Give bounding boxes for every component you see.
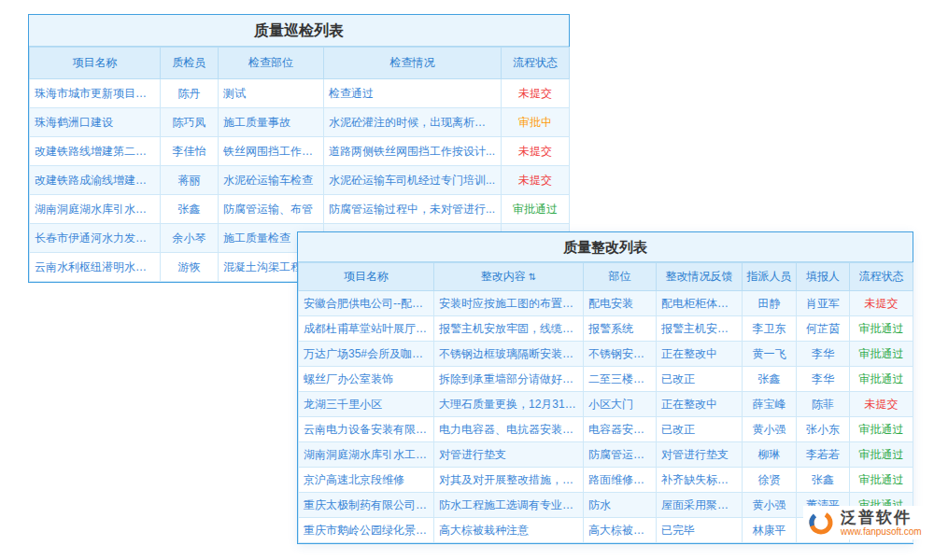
cell-project: 螺丝厂办公室装饰 — [299, 367, 434, 392]
cell-project: 改建铁路成渝线增建第... — [30, 166, 161, 195]
cell-part: 防腐管运输... — [584, 442, 657, 468]
col-flow-status[interactable]: 流程状态 — [850, 263, 913, 291]
cell-inspector: 余小琴 — [161, 224, 219, 253]
cell-project: 龙湖三千里小区 — [299, 392, 434, 417]
cell-status: 审批通过 — [850, 442, 913, 468]
fanpusoft-logo-icon — [807, 508, 835, 538]
cell-reporter: 李华 — [797, 342, 850, 367]
cell-status: 审批通过 — [850, 342, 913, 367]
cell-part: 防腐管运输、布管 — [219, 195, 324, 224]
rectify-list-panel: 质量整改列表 项目名称 整改内容⇅ 部位 整改情况反馈 指派人员 填报人 流程状… — [297, 231, 913, 544]
cell-project: 云南水利枢纽潜明水库... — [30, 253, 161, 282]
cell-project: 珠海鹤洲口建设 — [30, 108, 161, 137]
cell-project: 湖南洞庭湖水库引水工程施工1... — [299, 442, 434, 468]
cell-assignee: 徐贤 — [743, 468, 797, 493]
inspection-list-title: 质量巡检列表 — [29, 15, 569, 47]
cell-reporter: 陈菲 — [797, 392, 850, 417]
rectify-header-row: 项目名称 整改内容⇅ 部位 整改情况反馈 指派人员 填报人 流程状态 — [299, 263, 913, 291]
cell-project: 京沪高速北京段维修 — [299, 468, 434, 493]
cell-part: 测试 — [219, 79, 324, 108]
cell-content: 拆除到承重墙部分请做好加固... — [434, 367, 584, 392]
table-row[interactable]: 螺丝厂办公室装饰拆除到承重墙部分请做好加固...二至三楼混...已改正张鑫李华审… — [299, 367, 913, 392]
cell-status: 审批通过 — [850, 417, 913, 442]
col-feedback[interactable]: 整改情况反馈 — [657, 263, 743, 291]
table-row[interactable]: 湖南洞庭湖水库引水工程施工1...对管进行垫支防腐管运输...对管进行垫支柳琳李… — [299, 442, 913, 468]
logo-url[interactable]: www.fanpusoft.com — [841, 526, 922, 538]
col-assignee[interactable]: 指派人员 — [743, 263, 797, 291]
col-inspector[interactable]: 质检员 — [161, 48, 219, 79]
cell-status: 未提交 — [850, 291, 913, 316]
cell-feedback: 已改正 — [657, 367, 743, 392]
cell-reporter: 何芷茵 — [797, 316, 850, 342]
sort-icon[interactable]: ⇅ — [529, 272, 536, 282]
cell-feedback: 已完毕 — [657, 518, 743, 543]
cell-situation: 道路两侧铁丝网围挡工作按设计... — [324, 137, 502, 166]
cell-reporter: 李华 — [797, 367, 850, 392]
col-part[interactable]: 部位 — [584, 263, 657, 291]
cell-part: 路面维修检... — [584, 468, 657, 493]
table-row[interactable]: 龙湖三千里小区大理石质量更换，12月31日之...小区大门正在整改中薛宝峰陈菲未… — [299, 392, 913, 417]
cell-assignee: 黄小强 — [743, 493, 797, 518]
inspection-header-row: 项目名称 质检员 检查部位 检查情况 流程状态 — [30, 48, 570, 79]
cell-status: 未提交 — [502, 79, 570, 108]
cell-part: 水泥砼运输车检查 — [219, 166, 324, 195]
cell-part: 不锈钢安装... — [584, 342, 657, 367]
col-flow-status[interactable]: 流程状态 — [502, 48, 570, 79]
table-row[interactable]: 珠海市城市更新项目紫...陈丹测试检查通过未提交 — [30, 79, 570, 108]
cell-inspector: 张鑫 — [161, 195, 219, 224]
cell-part: 二至三楼混... — [584, 367, 657, 392]
cell-project: 万达广场35#会所及咖啡厅空... — [299, 342, 434, 367]
cell-situation: 水泥砼灌注的时候，出现离析现象 — [324, 108, 502, 137]
cell-part: 配电安装 — [584, 291, 657, 316]
cell-project: 重庆太极制药有限公司亳州中... — [299, 493, 434, 518]
cell-assignee: 林康平 — [743, 518, 797, 543]
cell-assignee: 黄一飞 — [743, 342, 797, 367]
cell-status: 审批中 — [502, 108, 570, 137]
cell-content: 报警主机安放牢固，线缆连接... — [434, 316, 584, 342]
cell-inspector: 陈丹 — [161, 79, 219, 108]
cell-situation: 防腐管运输过程中，未对管进行... — [324, 195, 502, 224]
cell-reporter: 张小东 — [797, 417, 850, 442]
cell-inspector: 李佳怡 — [161, 137, 219, 166]
cell-feedback: 已改正 — [657, 417, 743, 442]
cell-situation: 检查通过 — [324, 79, 502, 108]
table-row[interactable]: 改建铁路线增建第二线...李佳怡铁丝网围挡工作检查道路两侧铁丝网围挡工作按设计.… — [30, 137, 570, 166]
table-row[interactable]: 云南电力设备安装有限公司20...电力电容器、电抗器安装方案...电容器安装..… — [299, 417, 913, 442]
cell-feedback: 配电柜柜体与... — [657, 291, 743, 316]
cell-project: 成都杜甫草堂站叶展厅独立展... — [299, 316, 434, 342]
cell-status: 未提交 — [850, 392, 913, 417]
cell-assignee: 黄小强 — [743, 417, 797, 442]
table-row[interactable]: 改建铁路成渝线增建第...蒋丽水泥砼运输车检查水泥砼运输车司机经过专门培训...… — [30, 166, 570, 195]
col-rectify-content[interactable]: 整改内容⇅ — [434, 263, 584, 291]
col-inspect-part[interactable]: 检查部位 — [219, 48, 324, 79]
col-project-name[interactable]: 项目名称 — [30, 48, 161, 79]
cell-status: 审批通过 — [502, 195, 570, 224]
table-row[interactable]: 京沪高速北京段维修对其及对开展整改措施，桥头...路面维修检...补齐缺失标志.… — [299, 468, 913, 493]
cell-reporter: 张鑫 — [797, 468, 850, 493]
table-row[interactable]: 珠海鹤洲口建设陈巧凤施工质量事故水泥砼灌注的时候，出现离析现象审批中 — [30, 108, 570, 137]
cell-part: 铁丝网围挡工作检查 — [219, 137, 324, 166]
cell-status: 未提交 — [502, 166, 570, 195]
cell-project: 重庆市鹅岭公园绿化景观提升... — [299, 518, 434, 543]
cell-assignee: 田静 — [743, 291, 797, 316]
cell-status: 审批通过 — [850, 316, 913, 342]
cell-assignee: 张鑫 — [743, 367, 797, 392]
cell-project: 云南电力设备安装有限公司20... — [299, 417, 434, 442]
col-project-name[interactable]: 项目名称 — [299, 263, 434, 291]
cell-situation: 水泥砼运输车司机经过专门培训... — [324, 166, 502, 195]
cell-assignee: 薛宝峰 — [743, 392, 797, 417]
table-row[interactable]: 安徽合肥供电公司--配电设备...安装时应按施工图的布置，将...配电安装配电柜… — [299, 291, 913, 316]
cell-content: 高大棕被栽种注意 — [434, 518, 584, 543]
table-row[interactable]: 成都杜甫草堂站叶展厅独立展...报警主机安放牢固，线缆连接...报警系统报警主机… — [299, 316, 913, 342]
table-row[interactable]: 湖南洞庭湖水库引水工...张鑫防腐管运输、布管防腐管运输过程中，未对管进行...… — [30, 195, 570, 224]
table-row[interactable]: 万达广场35#会所及咖啡厅空...不锈钢边框玻璃隔断安装不牢...不锈钢安装..… — [299, 342, 913, 367]
cell-content: 大理石质量更换，12月31日之... — [434, 392, 584, 417]
cell-status: 未提交 — [502, 137, 570, 166]
cell-content: 不锈钢边框玻璃隔断安装不牢... — [434, 342, 584, 367]
col-inspect-situation[interactable]: 检查情况 — [324, 48, 502, 79]
cell-content: 电力电容器、电抗器安装方案... — [434, 417, 584, 442]
col-reporter[interactable]: 填报人 — [797, 263, 850, 291]
cell-assignee: 李卫东 — [743, 316, 797, 342]
cell-part: 防水 — [584, 493, 657, 518]
cell-inspector: 陈巧凤 — [161, 108, 219, 137]
